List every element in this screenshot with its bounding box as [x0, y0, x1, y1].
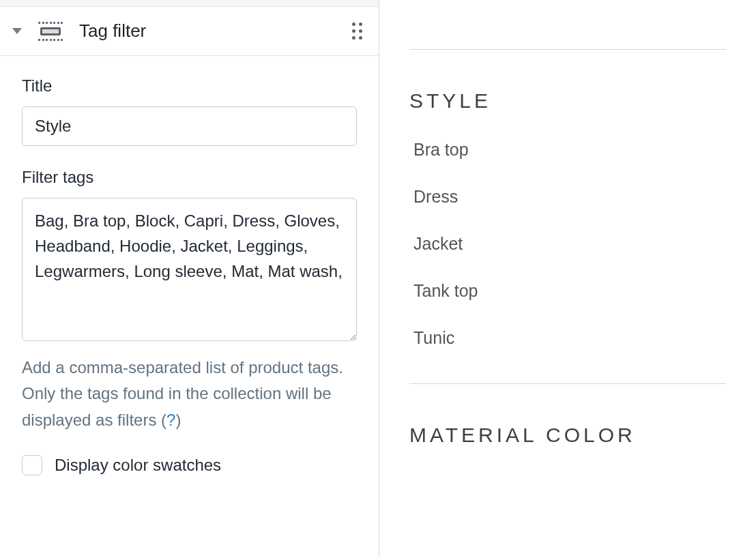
block-form: Title Filter tags Add a comma-separated …: [0, 56, 379, 475]
filter-item[interactable]: Jacket: [409, 234, 726, 254]
filter-tags-textarea[interactable]: [22, 198, 357, 341]
help-text-suffix: ): [175, 411, 181, 429]
title-field-group: Title: [22, 76, 357, 146]
filter-item[interactable]: Dress: [409, 187, 726, 207]
editor-panel: Tag filter Title Filter tags Add a comma…: [0, 0, 379, 558]
drag-handle-icon[interactable]: [352, 23, 362, 40]
color-swatches-label: Display color swatches: [55, 456, 221, 475]
preview-divider: [409, 383, 726, 384]
filter-tags-label: Filter tags: [22, 168, 357, 187]
filter-list: Bra topDressJacketTank topTunic: [409, 140, 726, 348]
collapse-caret-icon[interactable]: [12, 28, 22, 34]
color-swatches-checkbox[interactable]: [22, 455, 42, 475]
title-input[interactable]: [22, 106, 357, 146]
filter-item[interactable]: Tunic: [409, 328, 726, 348]
preview-panel: STYLEBra topDressJacketTank topTunicMATE…: [379, 0, 756, 558]
help-link[interactable]: ?: [166, 411, 175, 429]
section-type-icon: [38, 22, 63, 41]
title-label: Title: [22, 76, 357, 96]
block-header[interactable]: Tag filter: [0, 7, 379, 56]
help-text-prefix: Add a comma-separated list of product ta…: [22, 358, 343, 429]
filter-tags-help: Add a comma-separated list of product ta…: [22, 355, 357, 433]
color-swatches-row[interactable]: Display color swatches: [22, 455, 357, 475]
preview-section-heading: STYLE: [409, 89, 726, 113]
filter-item[interactable]: Bra top: [409, 140, 726, 160]
filter-tags-field-group: Filter tags Add a comma-separated list o…: [22, 168, 357, 433]
block-title: Tag filter: [79, 20, 336, 42]
preview-section-heading: MATERIAL COLOR: [409, 424, 726, 447]
filter-item[interactable]: Tank top: [409, 281, 726, 301]
editor-top-strip: [0, 0, 379, 7]
